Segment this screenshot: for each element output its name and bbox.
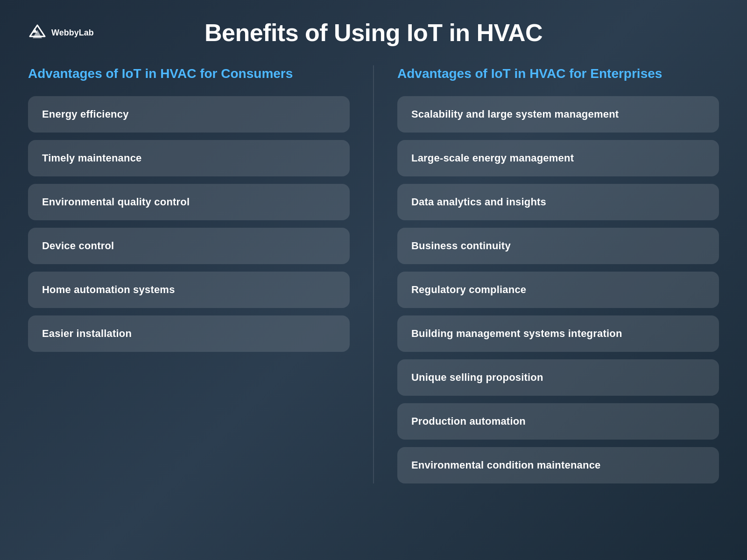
logo: WebbyLab [28,23,103,42]
consumers-title: Advantages of IoT in HVAC for Consumers [28,65,350,82]
list-item: Environmental quality control [28,184,350,220]
main-content: Advantages of IoT in HVAC for Consumers … [0,56,747,502]
list-item: Device control [28,228,350,264]
column-divider [373,65,374,483]
list-item: Production automation [397,403,719,440]
list-item: Building management systems integration [397,315,719,352]
list-item: Business continuity [397,228,719,264]
list-item: Data analytics and insights [397,184,719,220]
page-title: Benefits of Using IoT in HVAC [103,19,644,47]
logo-text: WebbyLab [51,28,94,38]
list-item: Home automation systems [28,272,350,308]
logo-icon [28,23,47,42]
consumers-column: Advantages of IoT in HVAC for Consumers … [28,65,350,483]
list-item: Easier installation [28,315,350,352]
page-header: WebbyLab Benefits of Using IoT in HVAC [0,0,747,56]
list-item: Unique selling proposition [397,359,719,396]
list-item: Timely maintenance [28,140,350,176]
consumers-list: Energy efficiencyTimely maintenanceEnvir… [28,96,350,352]
list-item: Environmental condition maintenance [397,447,719,483]
list-item: Energy efficiency [28,96,350,133]
list-item: Large-scale energy management [397,140,719,176]
enterprises-column: Advantages of IoT in HVAC for Enterprise… [397,65,719,483]
svg-marker-2 [32,28,37,33]
list-item: Regulatory compliance [397,272,719,308]
list-item: Scalability and large system management [397,96,719,133]
enterprises-title: Advantages of IoT in HVAC for Enterprise… [397,65,719,82]
enterprises-list: Scalability and large system managementL… [397,96,719,483]
